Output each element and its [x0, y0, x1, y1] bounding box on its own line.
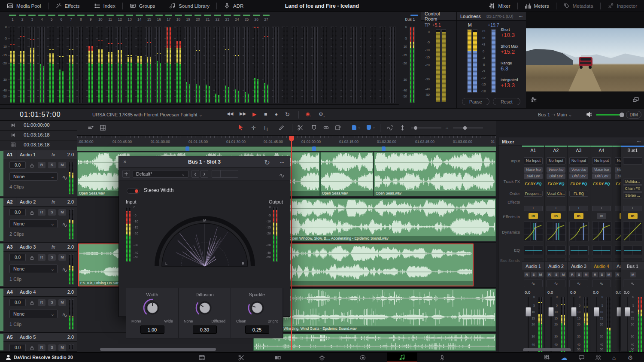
mixer-menu-icon[interactable]: •••	[637, 140, 641, 143]
track-fx-chip[interactable]: Voice Iso	[547, 167, 565, 173]
zoom-v-slider[interactable]	[453, 128, 483, 128]
track-header-a1[interactable]: A1Audio 1fx2.00.0RSMNone⌄∿4 Clips	[0, 150, 77, 198]
track-s-button[interactable]: S	[48, 254, 56, 261]
strip-input[interactable]	[623, 157, 642, 164]
lock-icon[interactable]	[29, 210, 35, 216]
menu-item-mixer[interactable]: Mixer	[482, 0, 517, 12]
strip-s-button[interactable]: S	[576, 272, 582, 277]
menu-item-effects[interactable]: Effects	[49, 0, 87, 12]
track-automation-icon[interactable]: ∿	[62, 266, 67, 274]
strip-input[interactable]: No Input	[569, 157, 588, 164]
strip-automation[interactable]: ∿	[569, 280, 588, 287]
effect-slot[interactable]: Stereo ...	[623, 192, 642, 198]
strip-automation[interactable]: ∿	[547, 280, 565, 287]
track-mode-dropdown[interactable]: None⌄	[9, 172, 58, 181]
strip-m-button[interactable]: M	[606, 272, 612, 277]
knob-dial[interactable]	[143, 298, 162, 318]
strip-m-button[interactable]: M	[630, 272, 636, 277]
timeline-marker[interactable]	[185, 146, 189, 151]
track-fx-chip[interactable]: Voice Iso	[569, 167, 588, 173]
menu-item-sound-library[interactable]: Sound Library	[162, 0, 216, 12]
dim-button[interactable]: DIM	[626, 111, 641, 119]
effect-slot[interactable]: FL EQ	[569, 191, 588, 197]
track-s-button[interactable]: S	[48, 299, 56, 306]
track-r-button[interactable]: R	[38, 344, 46, 351]
order-row[interactable]: FXDYEQ	[522, 182, 544, 186]
automation-mode-icon[interactable]: ◉˯	[306, 111, 311, 117]
monitor-volume-slider[interactable]	[596, 114, 623, 116]
track-automation-icon[interactable]: ∿	[62, 221, 67, 229]
strip-input[interactable]: No Input	[524, 157, 543, 164]
track-mode-dropdown[interactable]: None⌄	[9, 310, 58, 318]
automation-icon[interactable]	[386, 125, 393, 131]
page-fusion[interactable]	[313, 353, 331, 362]
add-effect-button[interactable]: +	[547, 206, 565, 211]
workspace-icon[interactable]	[539, 353, 555, 362]
strip-m-button[interactable]: M	[583, 272, 589, 277]
track-gain[interactable]: 0.0	[9, 209, 26, 216]
mixer-strip-a2[interactable]: A2No InputVoice IsoDial LevFXDYEQVocal C…	[545, 146, 568, 351]
page-color[interactable]	[353, 353, 372, 362]
strip-input[interactable]: No Input	[592, 157, 611, 164]
strip-name[interactable]: Audio 2	[545, 262, 567, 270]
audio-clip[interactable]	[253, 334, 496, 351]
eq-graph[interactable]	[623, 246, 642, 255]
order-row[interactable]: FXDYEQ	[568, 182, 590, 186]
dynamics-graph[interactable]	[524, 222, 543, 241]
track-fx-chip[interactable]: Voice Iso	[524, 167, 543, 173]
order-row[interactable]: FXDYEQ	[590, 182, 613, 186]
add-effect-button[interactable]: +	[524, 206, 543, 211]
chat-icon[interactable]	[574, 353, 589, 362]
record-button[interactable]: ●	[275, 111, 278, 117]
menu-item-groups[interactable]: Groups	[123, 0, 162, 12]
timeline-hscrollbar[interactable]	[100, 348, 216, 351]
track-m-button[interactable]: M	[58, 344, 66, 351]
pointer-icon[interactable]	[237, 124, 244, 131]
playhead[interactable]	[291, 136, 292, 350]
cut-icon[interactable]	[297, 125, 304, 131]
strip-r-button[interactable]: R	[615, 272, 621, 277]
timeline-marker[interactable]	[312, 146, 316, 151]
strip-input[interactable]: No Input	[547, 157, 565, 164]
knob-width[interactable]: WidthMonoWide1.00	[126, 288, 179, 338]
track-r-button[interactable]: R	[38, 162, 46, 168]
audio-clip[interactable]: Open Seas.wav	[374, 152, 496, 196]
track-s-button[interactable]: S	[48, 209, 56, 216]
eq-graph[interactable]	[547, 246, 566, 255]
effects-in-button[interactable]: In	[574, 213, 583, 219]
grid-icon[interactable]	[100, 125, 106, 131]
transport-settings-icon[interactable]: ⚙˯	[319, 111, 325, 117]
export-frame-icon[interactable]	[335, 125, 341, 131]
mixer-strip-bus1[interactable]: Bus1Multiba...Chain FXStereo ...+InBus 1…	[621, 146, 644, 351]
loudness-pause-button[interactable]: Pause	[462, 98, 489, 105]
fast-forward-button[interactable]: ▶▶	[240, 111, 246, 116]
speaker-icon[interactable]	[586, 111, 592, 119]
menu-item-adr[interactable]: ADR	[217, 0, 250, 12]
dynamics-graph[interactable]	[547, 222, 566, 241]
knob-value[interactable]: 0.25	[245, 325, 269, 334]
knob-diffusion[interactable]: DiffusionNoneDiffused0.30	[179, 288, 231, 338]
strip-r-button[interactable]: R	[592, 272, 598, 277]
strip-automation[interactable]: ∿	[623, 280, 642, 287]
track-gain[interactable]: 0.0	[9, 344, 26, 351]
knob-sparkle[interactable]: SparkleCleanBright0.25	[231, 288, 283, 338]
track-gain[interactable]: 0.0	[9, 299, 26, 306]
audio-clip[interactable]: Dodge, Open Window, Slow, B..., Accelera…	[275, 198, 496, 241]
add-effect-button[interactable]: +	[623, 206, 642, 211]
dual-screen-icon[interactable]	[632, 96, 639, 103]
dynamics-graph[interactable]	[623, 222, 642, 241]
track-s-button[interactable]: S	[48, 344, 56, 351]
strip-s-button[interactable]: S	[553, 272, 559, 277]
rewind-button[interactable]: ◀◀	[227, 111, 233, 116]
range-icon[interactable]: I╷	[264, 125, 269, 131]
dynamics-graph[interactable]	[592, 222, 611, 241]
timeline-ruler[interactable]: :00:30:0001:00:45:0001:01:00:0001:01:15:…	[77, 136, 496, 146]
viewer-adjust-icon[interactable]	[530, 96, 537, 103]
timeline-marker[interactable]	[382, 146, 386, 151]
playhead-pin[interactable]	[289, 136, 294, 141]
marker-icon[interactable]	[367, 125, 371, 130]
track-fx-chip[interactable]: Dial Lev	[524, 173, 543, 179]
track-mode-dropdown[interactable]: None⌄	[9, 219, 58, 228]
strip-name[interactable]: Audio 3	[568, 262, 590, 270]
track-r-button[interactable]: R	[38, 254, 46, 261]
